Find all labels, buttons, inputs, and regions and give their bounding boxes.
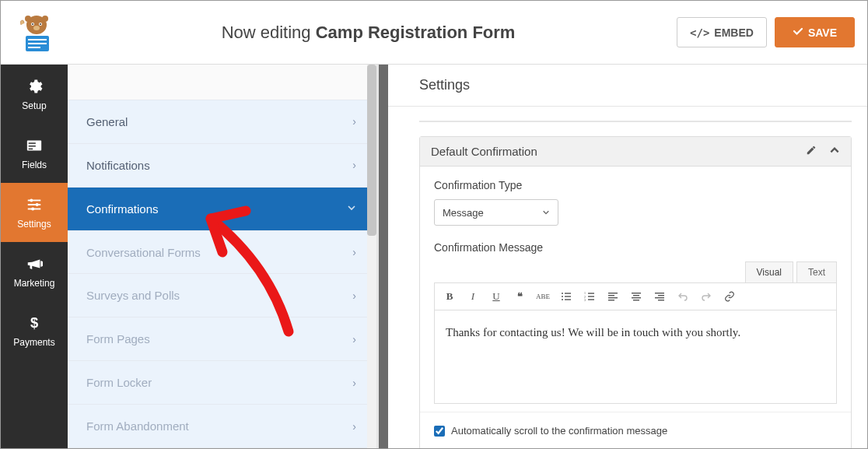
header: Now editing Camp Registration Form </> E… [1, 1, 867, 65]
list-icon [25, 136, 44, 155]
sidebar-item-label: Surveys and Polls [86, 289, 180, 302]
svg-text:3: 3 [584, 298, 586, 302]
nav-fields[interactable]: Fields [1, 124, 68, 183]
svg-rect-14 [29, 146, 36, 146]
chevron-down-icon [542, 209, 550, 216]
svg-rect-15 [29, 149, 33, 149]
bullhorn-icon [25, 254, 44, 273]
editor-textarea[interactable]: Thanks for contacting us! We will be in … [434, 310, 837, 404]
svg-rect-41 [632, 297, 641, 298]
dollar-icon: $ [25, 314, 44, 332]
redo-icon[interactable] [699, 289, 713, 303]
chevron-right-icon: › [352, 333, 356, 346]
nav-fields-label: Fields [22, 160, 47, 170]
svg-point-19 [30, 198, 33, 202]
svg-rect-46 [658, 300, 664, 300]
auto-scroll-checkbox[interactable] [434, 426, 445, 437]
sidebar-item-confirmations[interactable]: Confirmations [68, 188, 376, 231]
check-icon [793, 26, 803, 39]
chevron-right-icon: › [352, 115, 356, 128]
svg-rect-28 [565, 299, 571, 300]
message-label: Confirmation Message [434, 241, 837, 254]
svg-rect-10 [28, 43, 47, 44]
svg-rect-32 [588, 296, 594, 296]
nav-marketing[interactable]: Marketing [1, 242, 68, 301]
embed-button-label: EMBED [714, 26, 754, 39]
strike-icon[interactable]: ABE [536, 289, 550, 303]
editor-toolbar: B I U ❝ ABE 123 [434, 282, 837, 310]
nav-payments[interactable]: $ Payments [1, 301, 68, 360]
svg-rect-26 [565, 296, 571, 296]
svg-rect-37 [608, 297, 618, 298]
embed-button[interactable]: </> EMBED [677, 17, 767, 47]
editor-tab-text[interactable]: Text [796, 261, 837, 282]
underline-icon[interactable]: U [489, 289, 503, 303]
svg-rect-30 [588, 293, 594, 293]
sidebar-item-label: General [86, 115, 128, 128]
page-title: Now editing Camp Registration Form [60, 23, 677, 43]
svg-point-20 [36, 203, 39, 206]
link-icon[interactable] [723, 289, 737, 303]
svg-rect-39 [632, 293, 641, 293]
auto-scroll-label: Automatically scroll to the confirmation… [451, 425, 667, 437]
number-list-icon[interactable]: 123 [583, 289, 597, 303]
divider [419, 121, 852, 122]
svg-point-6 [25, 16, 31, 22]
bold-icon[interactable]: B [443, 289, 457, 303]
page-title-prefix: Now editing [222, 23, 316, 42]
code-icon: </> [690, 26, 709, 39]
align-left-icon[interactable] [606, 289, 620, 303]
editor-tab-visual[interactable]: Visual [745, 261, 793, 282]
sidebar-item-notifications[interactable]: Notifications › [68, 144, 376, 188]
svg-rect-42 [633, 300, 639, 300]
sidebar-item-formlocker[interactable]: Form Locker › [68, 361, 376, 405]
sidebar-item-formpages[interactable]: Form Pages › [68, 317, 376, 361]
main-content: Settings Default Confirmation [379, 65, 867, 448]
save-button-label: SAVE [808, 26, 837, 39]
sidebar-item-surveys[interactable]: Surveys and Polls › [68, 274, 376, 317]
svg-rect-17 [28, 204, 41, 205]
svg-rect-24 [565, 293, 571, 293]
panel-header[interactable]: Default Confirmation [420, 137, 851, 167]
app-logo [13, 11, 60, 54]
sidebar-gap [68, 65, 376, 100]
sidebar-item-general[interactable]: General › [68, 100, 376, 144]
italic-icon[interactable]: I [466, 289, 480, 303]
bullet-list-icon[interactable] [559, 289, 573, 303]
nav-payments-label: Payments [13, 337, 54, 348]
svg-rect-43 [655, 293, 664, 293]
svg-point-3 [32, 23, 33, 25]
chevron-down-icon [347, 202, 356, 215]
align-right-icon[interactable] [653, 289, 667, 303]
edit-icon[interactable] [806, 145, 817, 158]
svg-point-5 [33, 26, 40, 30]
sidebar-item-label: Notifications [86, 159, 150, 172]
svg-rect-35 [608, 293, 618, 293]
nav-setup-label: Setup [22, 100, 46, 111]
gear-icon [25, 77, 44, 96]
align-center-icon[interactable] [629, 289, 643, 303]
svg-rect-13 [29, 142, 36, 143]
sidebar-item-abandonment[interactable]: Form Abandonment › [68, 405, 376, 448]
sidebar-item-label: Form Pages [86, 332, 150, 346]
blockquote-icon[interactable]: ❝ [513, 289, 527, 303]
svg-rect-16 [28, 200, 41, 202]
nav-settings[interactable]: Settings [1, 183, 68, 242]
sidebar-item-label: Form Locker [86, 376, 152, 389]
nav-setup[interactable]: Setup [1, 65, 68, 124]
sidebar-item-conversational[interactable]: Conversational Forms › [68, 231, 376, 275]
confirmation-panel: Default Confirmation Confirmation Type [419, 136, 852, 448]
left-nav: Setup Fields Settings Marketing [1, 65, 68, 448]
sidebar-scrollbar[interactable] [367, 65, 376, 448]
chevron-right-icon: › [352, 159, 356, 171]
undo-icon[interactable] [676, 289, 690, 303]
confirmation-type-select[interactable]: Message [434, 199, 558, 226]
save-button[interactable]: SAVE [775, 17, 855, 47]
svg-text:$: $ [30, 315, 38, 331]
sidebar-scroll-thumb[interactable] [367, 65, 376, 236]
sidebar-item-label: Confirmations [86, 202, 159, 216]
chevron-right-icon: › [352, 420, 356, 433]
chevron-up-icon[interactable] [829, 145, 840, 158]
sidebar-item-label: Form Abandonment [86, 419, 189, 433]
auto-scroll-row: Automatically scroll to the confirmation… [420, 412, 851, 448]
